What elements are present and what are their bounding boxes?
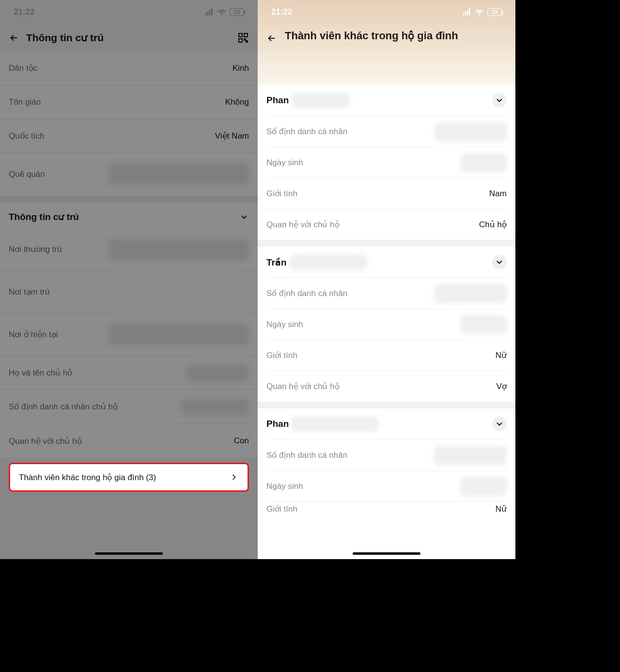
member-card: Phan Số định danh cá nhân Ngày sinh Giới… bbox=[258, 85, 515, 240]
row-label: Giới tính bbox=[266, 350, 297, 360]
redacted-value bbox=[108, 324, 249, 346]
svg-rect-0 bbox=[205, 13, 207, 16]
row-religion: Tôn giáo Không bbox=[0, 85, 258, 119]
section-header[interactable]: Thông tin cư trú bbox=[0, 203, 258, 228]
row-temporary: Nơi tạm trú bbox=[0, 271, 258, 313]
member-header[interactable]: Phan bbox=[266, 408, 507, 439]
section-gap bbox=[258, 402, 515, 408]
row-label: Nơi ở hiện tại bbox=[9, 329, 58, 340]
page-title: Thông tin cư trú bbox=[26, 32, 231, 44]
svg-rect-2 bbox=[209, 10, 211, 16]
row-label: Số định danh cá nhân bbox=[266, 288, 347, 298]
row-label: Quan hệ với chủ hộ bbox=[266, 381, 340, 391]
row-value: Việt Nam bbox=[215, 131, 249, 141]
svg-rect-10 bbox=[465, 11, 466, 15]
row-label: Ngày sinh bbox=[266, 320, 303, 329]
redacted-value bbox=[461, 315, 507, 334]
row-label: Số định danh cá nhân bbox=[266, 126, 347, 137]
chevron-down-icon bbox=[492, 93, 507, 108]
row-label: Ngày sinh bbox=[266, 482, 303, 491]
row-value: Không bbox=[225, 97, 249, 107]
right-header: Thành viên khác trong hộ gia đình bbox=[258, 24, 515, 44]
row-label: Quê quán bbox=[9, 170, 45, 179]
row-value: Chủ hộ bbox=[479, 219, 507, 230]
name-prefix: Phan bbox=[266, 95, 289, 106]
svg-rect-5 bbox=[244, 33, 248, 37]
status-time: 21:22 bbox=[14, 7, 34, 17]
wifi-icon bbox=[475, 7, 484, 17]
row-label: Số định danh cá nhân chủ hộ bbox=[9, 402, 118, 412]
member-header[interactable]: Phan bbox=[266, 85, 507, 116]
chevron-down-icon bbox=[239, 212, 249, 222]
chevron-right-icon bbox=[229, 472, 239, 482]
row-value: Kinh bbox=[232, 63, 249, 73]
member-row-gender: Giới tính Nữ bbox=[266, 340, 507, 371]
redacted-name bbox=[292, 93, 350, 108]
row-value: Vợ bbox=[496, 381, 507, 391]
row-permanent: Nơi thường trú bbox=[0, 228, 258, 271]
redacted-value bbox=[186, 364, 249, 382]
member-name: Phan bbox=[266, 416, 379, 432]
qr-icon[interactable] bbox=[237, 32, 249, 44]
member-row-gender: Giới tính Nam bbox=[266, 178, 507, 209]
row-label: Tôn giáo bbox=[9, 97, 41, 107]
row-label: Nơi thường trú bbox=[9, 244, 62, 254]
highlight-area: Thành viên khác trong hộ gia đình (3) bbox=[0, 458, 258, 495]
row-value: Con bbox=[234, 436, 249, 446]
wifi-icon bbox=[217, 7, 227, 17]
member-header[interactable]: Trần bbox=[266, 247, 507, 278]
row-label: Quan hệ với chủ hộ bbox=[9, 436, 82, 446]
redacted-value bbox=[434, 284, 507, 303]
member-row-relation: Quan hệ với chủ hộ Vợ bbox=[266, 371, 507, 402]
section-gap bbox=[258, 240, 515, 247]
row-head-id: Số định danh cá nhân chủ hộ bbox=[0, 390, 258, 424]
member-card: Phan Số định danh cá nhân Ngày sinh Giới… bbox=[258, 408, 515, 516]
svg-rect-9 bbox=[463, 13, 465, 16]
button-label: Thành viên khác trong hộ gia đình (3) bbox=[19, 472, 156, 483]
status-bar: 21:22 73 bbox=[258, 0, 515, 24]
member-row-relation: Quan hệ với chủ hộ Chủ hộ bbox=[266, 209, 507, 240]
redacted-value bbox=[434, 122, 507, 141]
row-label: Giới tính bbox=[266, 504, 297, 514]
signal-icon bbox=[204, 7, 214, 17]
battery-icon: 73 bbox=[230, 8, 244, 16]
chevron-down-icon bbox=[492, 255, 507, 269]
row-hometown: Quê quán bbox=[0, 153, 258, 196]
chevron-down-icon bbox=[492, 417, 507, 431]
member-row-id: Số định danh cá nhân bbox=[266, 278, 507, 309]
row-value: Nữ bbox=[496, 350, 507, 360]
status-icons: 73 bbox=[204, 7, 244, 17]
status-bar: 21:22 73 bbox=[0, 0, 258, 24]
other-members-button[interactable]: Thành viên khác trong hộ gia đình (3) bbox=[9, 463, 249, 492]
left-header: Thông tin cư trú bbox=[0, 24, 258, 51]
home-indicator[interactable] bbox=[95, 552, 163, 555]
name-prefix: Trần bbox=[266, 257, 287, 268]
section-title: Thông tin cư trú bbox=[9, 211, 79, 222]
back-icon[interactable] bbox=[266, 29, 277, 44]
right-phone-screen: 21:22 73 Thành viên khác trong hộ gia đì… bbox=[258, 0, 515, 559]
status-icons: 73 bbox=[462, 7, 502, 17]
svg-rect-3 bbox=[211, 8, 213, 16]
row-label: Dân tộc bbox=[9, 63, 37, 73]
member-row-gender-partial: Giới tính Nữ bbox=[266, 501, 507, 516]
member-row-dob: Ngày sinh bbox=[266, 309, 507, 340]
row-label: Quốc tịch bbox=[9, 131, 45, 141]
row-value: Nam bbox=[489, 189, 507, 199]
redacted-name bbox=[290, 254, 367, 270]
page-title: Thành viên khác trong hộ gia đình bbox=[285, 29, 458, 43]
member-name: Phan bbox=[266, 93, 350, 108]
back-icon[interactable] bbox=[9, 32, 19, 43]
svg-rect-12 bbox=[469, 8, 470, 16]
section-gap bbox=[0, 196, 258, 203]
redacted-value bbox=[108, 238, 249, 261]
member-row-id: Số định danh cá nhân bbox=[266, 116, 507, 147]
svg-rect-4 bbox=[239, 33, 242, 37]
member-row-dob: Ngày sinh bbox=[266, 147, 507, 178]
row-label: Ngày sinh bbox=[266, 158, 303, 168]
row-nationality: Quốc tịch Việt Nam bbox=[0, 119, 258, 153]
name-prefix: Phan bbox=[266, 419, 289, 429]
home-indicator[interactable] bbox=[353, 552, 420, 555]
row-ethnicity: Dân tộc Kinh bbox=[0, 51, 258, 85]
row-label: Họ và tên chủ hộ bbox=[9, 368, 72, 378]
signal-icon bbox=[462, 7, 472, 17]
